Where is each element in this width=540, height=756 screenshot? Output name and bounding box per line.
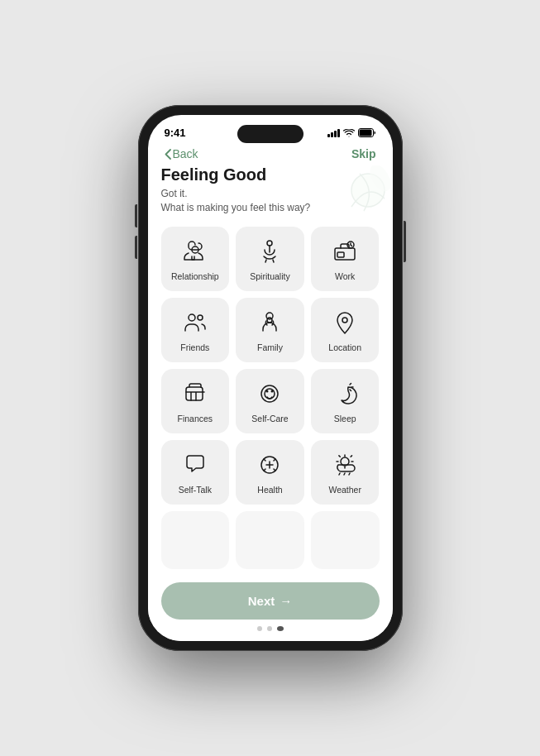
weather-label: Weather (328, 485, 361, 495)
finances-icon (180, 379, 210, 409)
content-area: Feeling Good Got it. What is making you … (148, 165, 393, 641)
health-icon (255, 450, 284, 480)
option-spirituality[interactable]: Spirituality (236, 227, 304, 291)
svg-point-11 (267, 318, 272, 323)
svg-rect-7 (337, 252, 344, 257)
family-icon (255, 308, 284, 337)
partial-row (161, 511, 380, 569)
option-self-talk[interactable]: Self-Talk (161, 440, 230, 505)
option-self-care[interactable]: Self-Care (236, 369, 304, 433)
location-label: Location (328, 342, 361, 352)
signal-icon (327, 129, 340, 137)
sleep-icon (330, 379, 360, 409)
finances-label: Finances (178, 414, 213, 423)
partial-card-3 (311, 511, 380, 569)
dot-2 (267, 626, 272, 631)
option-weather[interactable]: Weather (311, 440, 380, 505)
work-icon (330, 237, 360, 266)
svg-rect-1 (359, 130, 371, 136)
self-care-icon (255, 379, 284, 409)
content-scroll[interactable]: Feeling Good Got it. What is making you … (148, 165, 393, 576)
back-label: Back (173, 147, 198, 160)
relationship-icon (180, 237, 210, 266)
option-finances[interactable]: Finances (161, 369, 230, 433)
health-label: Health (257, 485, 282, 495)
nav-bar: Back Skip (148, 144, 393, 165)
svg-point-8 (189, 314, 195, 321)
svg-point-12 (342, 318, 347, 323)
battery-icon (358, 128, 376, 137)
partial-card-1 (161, 511, 230, 569)
svg-point-9 (198, 315, 203, 320)
option-relationship[interactable]: Relationship (161, 227, 230, 291)
back-chevron-icon (165, 149, 171, 160)
svg-point-15 (265, 389, 275, 399)
self-talk-label: Self-Talk (179, 485, 212, 495)
dot-1 (257, 626, 262, 631)
bottom-area: Next → (148, 576, 393, 641)
svg-point-4 (267, 241, 272, 246)
status-icons (327, 128, 376, 137)
page-header: Feeling Good Got it. What is making you … (161, 165, 380, 215)
option-friends[interactable]: Friends (161, 298, 230, 362)
option-work[interactable]: Work (311, 227, 380, 291)
option-sleep[interactable]: Sleep (311, 369, 380, 433)
spirituality-icon (255, 237, 284, 266)
svg-point-17 (271, 390, 274, 392)
page-subtitle: Got it. What is making you feel this way… (161, 187, 380, 215)
option-health[interactable]: Health (236, 440, 304, 505)
page-title: Feeling Good (161, 165, 380, 184)
partial-card-2 (236, 511, 304, 569)
svg-rect-13 (186, 387, 203, 400)
status-time: 9:41 (165, 127, 186, 139)
skip-button[interactable]: Skip (351, 147, 376, 160)
option-location[interactable]: Location (311, 298, 380, 362)
next-button[interactable]: Next → (161, 582, 380, 620)
weather-icon (330, 450, 360, 480)
family-label: Family (257, 342, 283, 352)
dot-3 (277, 626, 284, 631)
svg-point-16 (266, 390, 269, 392)
back-button[interactable]: Back (165, 147, 198, 160)
phone-screen: 9:41 (148, 115, 393, 641)
friends-label: Friends (180, 342, 209, 352)
phone-frame: 9:41 (138, 105, 403, 651)
spirituality-label: Spirituality (250, 271, 289, 281)
self-care-label: Self-Care (251, 414, 288, 423)
self-talk-icon (180, 450, 210, 480)
relationship-label: Relationship (171, 271, 219, 281)
friends-icon (180, 308, 210, 337)
option-family[interactable]: Family (236, 298, 304, 362)
page-dots (161, 626, 380, 631)
location-icon (330, 308, 360, 337)
options-grid: Relationship Spirituality (161, 227, 380, 505)
work-label: Work (335, 271, 355, 281)
svg-point-14 (261, 385, 278, 402)
sleep-label: Sleep (334, 414, 356, 423)
wifi-icon (343, 129, 355, 137)
dynamic-island (237, 125, 303, 143)
